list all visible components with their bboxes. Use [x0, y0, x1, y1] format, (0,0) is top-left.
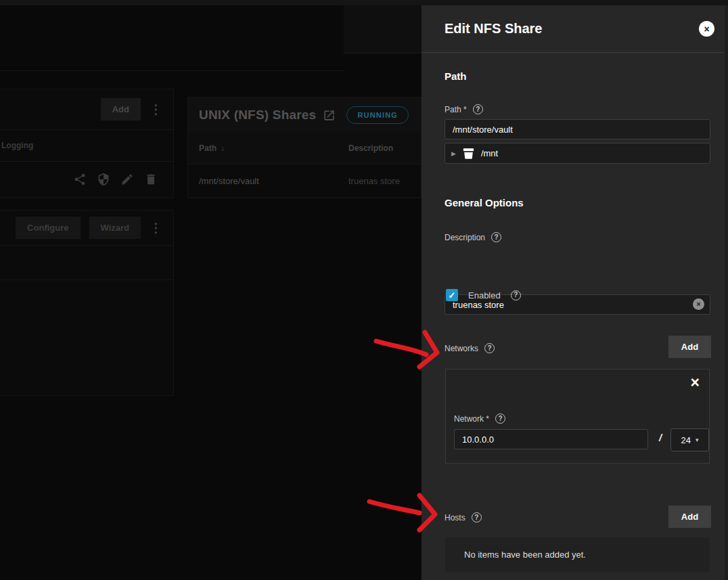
- panel-header: Edit NFS Share ×: [422, 5, 728, 53]
- prefix-length-value: 24: [681, 435, 691, 445]
- iscsi-empty-row: [0, 246, 173, 280]
- help-icon[interactable]: ?: [484, 343, 495, 353]
- network-input[interactable]: [454, 429, 648, 449]
- tree-expand-icon[interactable]: ▶: [451, 150, 456, 157]
- chevron-down-icon: ▾: [696, 437, 699, 443]
- row-description-cell: truenas store: [348, 176, 400, 186]
- open-in-new-icon[interactable]: [323, 109, 336, 122]
- enabled-checkbox[interactable]: ✓: [446, 289, 458, 301]
- path-input[interactable]: [445, 119, 710, 139]
- add-share-button[interactable]: Add: [101, 98, 141, 120]
- panel-scrollbar[interactable]: [725, 5, 728, 580]
- help-icon[interactable]: ?: [473, 104, 483, 114]
- trash-icon[interactable]: [144, 173, 158, 186]
- help-icon[interactable]: ?: [472, 512, 482, 522]
- hosts-empty-card: No items have been added yet.: [445, 537, 710, 572]
- description-label-row: Description ?: [445, 232, 501, 242]
- edit-pencil-icon[interactable]: [120, 173, 134, 186]
- panel-title: Edit NFS Share: [445, 21, 699, 37]
- clear-input-icon[interactable]: ×: [693, 298, 704, 310]
- remove-network-icon[interactable]: ×: [691, 375, 700, 391]
- column-header-path[interactable]: Path↓: [188, 143, 348, 153]
- shares-block-toolbar: Add ⋮: [0, 89, 173, 130]
- share-row-actions: [0, 162, 173, 197]
- logging-column-label: Logging: [0, 130, 173, 162]
- background-divider: [0, 70, 344, 71]
- nfs-shares-card: UNIX (NFS) Shares RUNNING Path↓ Descript…: [187, 97, 422, 198]
- edit-nfs-share-panel: Edit NFS Share × Path Path * ? ▶ /mnt Ge…: [422, 5, 728, 580]
- close-icon[interactable]: ×: [699, 21, 714, 37]
- running-status-badge[interactable]: RUNNING: [346, 106, 409, 124]
- nfs-card-title: UNIX (NFS) Shares: [199, 108, 316, 122]
- column-header-description[interactable]: Description: [348, 143, 393, 153]
- enabled-row: ✓ Enabled ?: [446, 289, 521, 301]
- iscsi-block-toolbar: Configure Wizard ⋮: [0, 210, 173, 246]
- shares-block-card: Add ⋮ Logging: [0, 89, 174, 198]
- network-entry-card: × Network * ? / 24 ▾: [445, 369, 710, 464]
- dataset-icon: [463, 148, 474, 159]
- sort-down-icon: ↓: [221, 143, 225, 153]
- prefix-length-select[interactable]: 24 ▾: [670, 428, 709, 451]
- kebab-menu-icon[interactable]: ⋮: [150, 103, 162, 116]
- network-field-label: Network *: [454, 414, 489, 424]
- share-icon[interactable]: [73, 173, 87, 186]
- add-host-button[interactable]: Add: [668, 506, 711, 528]
- tree-node-label: /mnt: [481, 148, 498, 158]
- configure-button[interactable]: Configure: [16, 217, 80, 239]
- hosts-label: Hosts: [445, 513, 465, 522]
- background-column: [344, 5, 422, 53]
- nfs-table-header: Path↓ Description: [188, 133, 421, 164]
- path-field-label: Path *: [445, 105, 467, 114]
- hosts-empty-message: No items have been added yet.: [464, 550, 586, 560]
- nfs-card-header: UNIX (NFS) Shares RUNNING: [188, 97, 421, 133]
- description-label: Description: [445, 233, 485, 242]
- network-field-label-row: Network * ?: [454, 414, 505, 424]
- row-path-cell: /mnt/store/vault: [188, 176, 348, 186]
- shield-icon[interactable]: [97, 173, 110, 186]
- path-tree-node-mnt[interactable]: ▶ /mnt: [445, 143, 710, 164]
- enabled-label: Enabled: [468, 290, 501, 300]
- help-icon[interactable]: ?: [511, 290, 521, 300]
- iscsi-block-card: Configure Wizard ⋮: [0, 210, 174, 396]
- networks-label-row: Networks ?: [445, 343, 495, 353]
- path-field-label-row: Path * ?: [445, 104, 483, 114]
- app-header-strip: [0, 0, 728, 5]
- networks-label: Networks: [445, 344, 478, 353]
- hosts-label-row: Hosts ?: [445, 512, 482, 522]
- help-icon[interactable]: ?: [495, 414, 505, 424]
- cidr-slash-separator: /: [659, 432, 662, 443]
- path-section-heading: Path: [445, 70, 467, 82]
- general-options-heading: General Options: [445, 197, 524, 208]
- add-network-button[interactable]: Add: [668, 336, 711, 358]
- help-icon[interactable]: ?: [491, 232, 501, 242]
- table-row[interactable]: /mnt/store/vault truenas store: [188, 164, 421, 198]
- kebab-menu-icon[interactable]: ⋮: [150, 221, 162, 234]
- wizard-button[interactable]: Wizard: [89, 217, 141, 239]
